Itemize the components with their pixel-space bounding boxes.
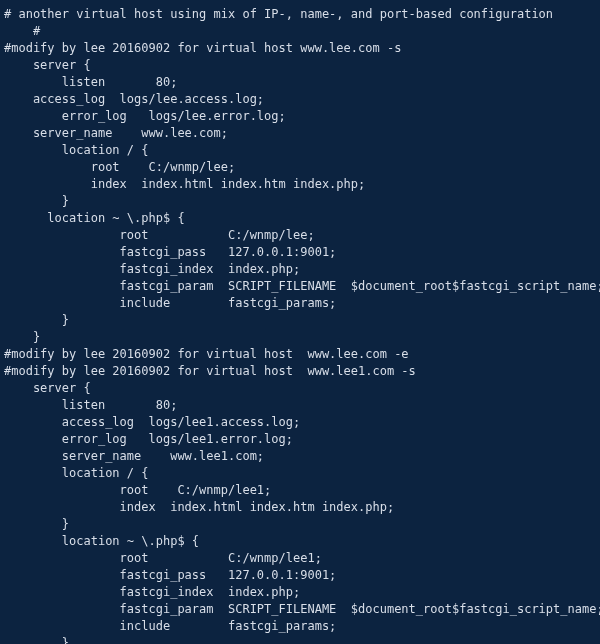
code-line: root C:/wnmp/lee; [4, 159, 596, 176]
code-line: fastcgi_param SCRIPT_FILENAME $document_… [4, 278, 596, 295]
code-line: root C:/wnmp/lee; [4, 227, 596, 244]
code-line: } [4, 329, 596, 346]
code-line: fastcgi_index index.php; [4, 261, 596, 278]
code-line: location ~ \.php$ { [4, 210, 596, 227]
code-line: fastcgi_index index.php; [4, 584, 596, 601]
code-line: #modify by lee 20160902 for virtual host… [4, 363, 596, 380]
code-line: include fastcgi_params; [4, 295, 596, 312]
code-line: access_log logs/lee.access.log; [4, 91, 596, 108]
code-line: listen 80; [4, 397, 596, 414]
code-line: root C:/wnmp/lee1; [4, 482, 596, 499]
code-line: server_name www.lee1.com; [4, 448, 596, 465]
code-line: index index.html index.htm index.php; [4, 499, 596, 516]
code-line: # another virtual host using mix of IP-,… [4, 6, 596, 23]
code-line: error_log logs/lee.error.log; [4, 108, 596, 125]
code-line: location ~ \.php$ { [4, 533, 596, 550]
code-line: error_log logs/lee1.error.log; [4, 431, 596, 448]
code-line: server_name www.lee.com; [4, 125, 596, 142]
nginx-config-code-block: # another virtual host using mix of IP-,… [0, 0, 600, 644]
code-line: } [4, 312, 596, 329]
code-line: fastcgi_pass 127.0.0.1:9001; [4, 244, 596, 261]
code-line: #modify by lee 20160902 for virtual host… [4, 40, 596, 57]
code-line: root C:/wnmp/lee1; [4, 550, 596, 567]
code-line: location / { [4, 465, 596, 482]
code-line: #modify by lee 20160902 for virtual host… [4, 346, 596, 363]
code-line: fastcgi_param SCRIPT_FILENAME $document_… [4, 601, 596, 618]
code-line: server { [4, 380, 596, 397]
code-line: } [4, 193, 596, 210]
code-line: # [4, 23, 596, 40]
code-line: include fastcgi_params; [4, 618, 596, 635]
code-line: } [4, 516, 596, 533]
code-line: access_log logs/lee1.access.log; [4, 414, 596, 431]
code-line: listen 80; [4, 74, 596, 91]
code-line: index index.html index.htm index.php; [4, 176, 596, 193]
code-line: server { [4, 57, 596, 74]
code-line: } [4, 635, 596, 644]
code-line: fastcgi_pass 127.0.0.1:9001; [4, 567, 596, 584]
code-line: location / { [4, 142, 596, 159]
